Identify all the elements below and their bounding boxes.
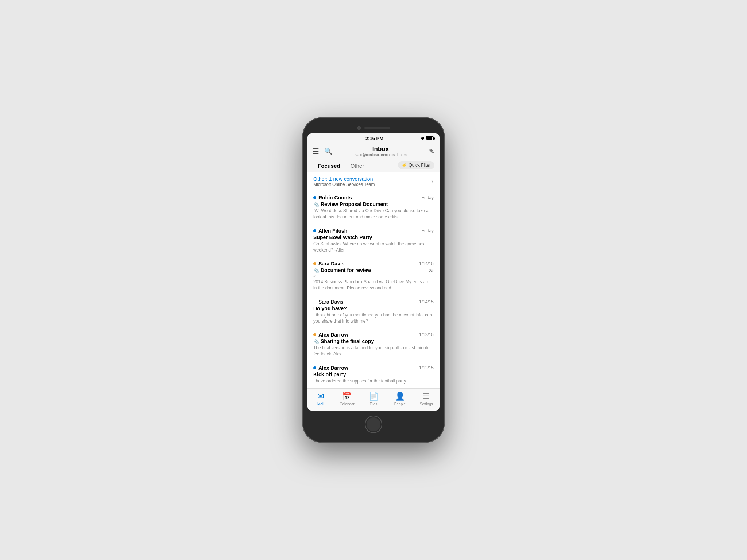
- phone-bottom: [307, 411, 440, 436]
- compose-icon[interactable]: ✎: [429, 147, 434, 155]
- quick-filter-icon: ⚡: [402, 163, 407, 168]
- email-subject-row: Kick off party: [313, 372, 434, 377]
- email-preview: I have ordered the supplies for the foot…: [313, 378, 434, 384]
- sender-name: Allen Filush: [318, 228, 347, 234]
- lock-icon: ⊕: [421, 136, 424, 141]
- attachment-icon: 📎: [313, 268, 319, 273]
- other-banner-text: Other: 1 new conversation: [313, 176, 375, 182]
- email-subject-row: Super Bowl Watch Party: [313, 234, 434, 240]
- unread-dot: [313, 366, 316, 369]
- email-item-header: Allen Filush Friday: [313, 228, 434, 234]
- email-preview: 2014 Business Plan.docx Shared via OneDr…: [313, 279, 434, 291]
- email-subject: Kick off party: [313, 372, 346, 377]
- email-item[interactable]: Sara Davis 1/14/15 Do you have? I though…: [307, 295, 440, 328]
- nav-item-mail[interactable]: ✉ Mail: [307, 392, 334, 406]
- inbox-email: katie@contoso.onmicrosoft.com: [332, 153, 429, 157]
- home-button[interactable]: [365, 416, 382, 433]
- sender-name: Sara Davis: [318, 299, 343, 305]
- email-preview: IW_Word.docx Shared via OneDrive Can you…: [313, 208, 434, 220]
- email-item-header: Sara Davis 1/14/15: [313, 261, 434, 267]
- no-dot-spacer: [313, 300, 316, 303]
- mail-icon: ✉: [317, 392, 324, 401]
- app-header: ☰ 🔍 Inbox katie@contoso.onmicrosoft.com …: [307, 143, 440, 172]
- files-icon: 📄: [369, 392, 379, 401]
- email-preview: I thought one of you mentioned you had t…: [313, 312, 434, 324]
- nav-item-calendar[interactable]: 📅 Calendar: [334, 392, 360, 406]
- sender-name: Alex Darrow: [318, 332, 348, 338]
- unread-dot: [313, 196, 316, 199]
- email-subject-row: 📎 Document for review: [313, 267, 371, 273]
- nav-item-settings[interactable]: ☰ Settings: [413, 392, 440, 406]
- subject-count-row: 📎 Document for review 2»: [313, 267, 434, 274]
- tab-group: Focused Other: [313, 160, 369, 172]
- email-subject-row: Do you have?: [313, 306, 434, 311]
- email-date: 1/12/15: [419, 365, 434, 370]
- calendar-icon: 📅: [342, 392, 352, 401]
- email-item-header: Alex Darrow 1/12/15: [313, 365, 434, 371]
- inbox-title: Inbox: [332, 145, 429, 153]
- camera: [357, 126, 361, 130]
- nav-files-label: Files: [369, 402, 377, 406]
- unread-dot: [313, 333, 316, 336]
- email-item-header: Sara Davis 1/14/15: [313, 299, 434, 305]
- status-time: 2:16 PM: [365, 136, 383, 141]
- email-list: Other: 1 new conversation Microsoft Onli…: [307, 172, 440, 388]
- nav-calendar-label: Calendar: [340, 402, 355, 406]
- email-item[interactable]: Alex Darrow 1/12/15 Kick off party I hav…: [307, 361, 440, 388]
- forward-arrows-icon: «: [313, 274, 316, 278]
- email-subject: Document for review: [321, 267, 371, 273]
- email-item[interactable]: Allen Filush Friday Super Bowl Watch Par…: [307, 224, 440, 257]
- email-date: Friday: [422, 228, 434, 233]
- sender-name: Sara Davis: [318, 261, 345, 267]
- search-icon[interactable]: 🔍: [324, 147, 332, 155]
- people-icon: 👤: [395, 392, 405, 401]
- email-subject: Super Bowl Watch Party: [313, 234, 372, 240]
- header-center: Inbox katie@contoso.onmicrosoft.com: [332, 145, 429, 157]
- email-subject: Do you have?: [313, 306, 347, 311]
- other-banner-content: Other: 1 new conversation Microsoft Onli…: [313, 176, 375, 187]
- email-date: Friday: [422, 195, 434, 200]
- nav-mail-label: Mail: [317, 402, 324, 406]
- email-subject-row: 📎 Review Proposal Document: [313, 201, 434, 207]
- nav-item-files[interactable]: 📄 Files: [360, 392, 387, 406]
- nav-settings-label: Settings: [420, 402, 433, 406]
- quick-filter-button[interactable]: ⚡ Quick Filter: [398, 161, 434, 169]
- email-item[interactable]: Robin Counts Friday 📎 Review Proposal Do…: [307, 191, 440, 224]
- attachment-icon: 📎: [313, 202, 319, 207]
- sender-row: Alex Darrow: [313, 365, 348, 371]
- email-item-header: Robin Counts Friday: [313, 195, 434, 201]
- email-date: 1/12/15: [419, 332, 434, 337]
- email-preview: Go Seahawks! Where do we want to watch t…: [313, 241, 434, 253]
- phone-frame: 2:16 PM ⊕ ☰ 🔍 Inbox katie@contoso.onmicr…: [302, 117, 445, 443]
- email-subject-row: 📎 Sharing the final copy: [313, 338, 434, 344]
- email-item-header: Alex Darrow 1/12/15: [313, 332, 434, 338]
- sender-row: Robin Counts: [313, 195, 352, 201]
- forward-row: «: [313, 274, 434, 278]
- screen: 2:16 PM ⊕ ☰ 🔍 Inbox katie@contoso.onmicr…: [307, 133, 440, 411]
- hamburger-menu-icon[interactable]: ☰: [313, 147, 319, 156]
- settings-icon: ☰: [423, 392, 430, 401]
- sender-name: Alex Darrow: [318, 365, 348, 371]
- email-date: 1/14/15: [419, 299, 434, 304]
- battery-icon: [426, 136, 434, 140]
- tab-focused[interactable]: Focused: [313, 160, 345, 172]
- status-icons: ⊕: [421, 136, 434, 141]
- unread-dot: [313, 229, 316, 232]
- phone-top-bar: [307, 124, 440, 133]
- bottom-nav: ✉ Mail 📅 Calendar 📄 Files 👤 People ☰ Set…: [307, 388, 440, 411]
- email-subject: Sharing the final copy: [321, 338, 374, 344]
- nav-item-people[interactable]: 👤 People: [387, 392, 413, 406]
- sender-row: Allen Filush: [313, 228, 347, 234]
- email-date: 1/14/15: [419, 261, 434, 266]
- quick-filter-label: Quick Filter: [409, 163, 431, 168]
- tab-other[interactable]: Other: [345, 160, 369, 172]
- header-left: ☰ 🔍: [313, 147, 332, 156]
- other-banner[interactable]: Other: 1 new conversation Microsoft Onli…: [307, 172, 440, 191]
- speaker: [364, 127, 390, 129]
- email-item[interactable]: Sara Davis 1/14/15 📎 Document for review…: [307, 257, 440, 295]
- other-banner-sub: Microsoft Online Services Team: [313, 182, 375, 187]
- app-header-top: ☰ 🔍 Inbox katie@contoso.onmicrosoft.com …: [313, 145, 434, 160]
- status-bar: 2:16 PM ⊕: [307, 133, 440, 143]
- tabs-row: Focused Other ⚡ Quick Filter: [313, 160, 434, 172]
- email-item[interactable]: Alex Darrow 1/12/15 📎 Sharing the final …: [307, 328, 440, 361]
